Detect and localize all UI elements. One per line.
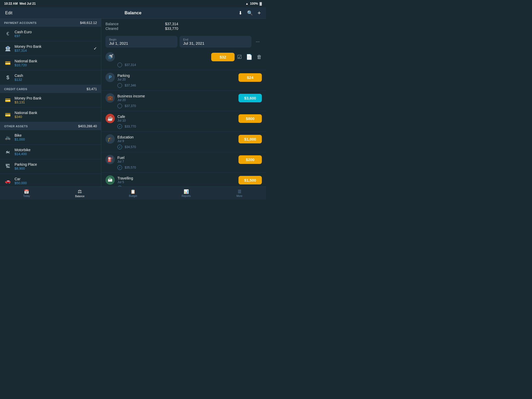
- status-circle[interactable]: [117, 83, 122, 88]
- left-panel: PAYMENT ACCOUNTS $48,612.12 € Cash Euro …: [0, 19, 101, 187]
- account-cc-national[interactable]: 💳 National Bank $340: [0, 108, 101, 122]
- parking-trans-icon: P: [105, 73, 115, 82]
- tab-balance[interactable]: ⚖ Balance: [53, 187, 107, 200]
- transaction-fuel[interactable]: ⛽ Fuel Jul 7 $200 $35,570: [101, 152, 266, 173]
- tab-today[interactable]: 📅 Today: [0, 187, 53, 200]
- tab-reports[interactable]: 📊 Reports: [159, 187, 213, 200]
- account-national-bank[interactable]: 💳 National Bank $10,720: [0, 56, 101, 70]
- balance-after: $37,370: [125, 104, 136, 108]
- status-time: 10:22 AM Wed Jul 21: [4, 2, 36, 5]
- status-circle-checked[interactable]: [117, 124, 122, 129]
- payment-accounts-header: PAYMENT ACCOUNTS $48,612.12: [0, 19, 101, 27]
- search-icon[interactable]: 🔍: [247, 10, 253, 16]
- more-icon: ☰: [238, 189, 241, 194]
- download-icon[interactable]: ⬇: [238, 10, 242, 16]
- account-balance: $50,000: [15, 181, 97, 185]
- account-cc-money-pro[interactable]: 💳 Money Pro Bank $3,131: [0, 93, 101, 108]
- account-name: National Bank: [15, 111, 97, 115]
- trans-info: Travelling Jul 5: [117, 176, 236, 184]
- status-circle-checked[interactable]: [117, 165, 122, 170]
- shower-icon: 🚿: [105, 52, 115, 62]
- transaction-main: 🏔 Travelling Jul 5 $1,500: [105, 175, 262, 185]
- end-label: End: [183, 38, 248, 41]
- status-circle-checked[interactable]: [117, 145, 122, 149]
- first-trans-amount-btn[interactable]: $32: [211, 53, 235, 61]
- account-car[interactable]: 🚗 Car $50,000: [0, 174, 101, 187]
- begin-label: Begin: [109, 38, 174, 41]
- more-dots-button[interactable]: ···: [254, 38, 262, 46]
- account-info: National Bank $10,720: [15, 59, 97, 67]
- trans-name: Fuel: [117, 156, 236, 160]
- account-name: Motorbike: [15, 148, 97, 152]
- trans-date: Jul 9: [117, 139, 236, 143]
- euro-icon: €: [4, 30, 11, 38]
- trans-amount[interactable]: $24: [238, 73, 262, 82]
- balance-after: $33,770: [125, 125, 136, 128]
- trans-amount[interactable]: $1,500: [238, 176, 262, 184]
- card-icon: 💳: [4, 97, 11, 104]
- trans-date: Jul 7: [117, 160, 236, 163]
- begin-date-box[interactable]: Begin Jul 1, 2021: [105, 36, 177, 48]
- account-info: Motorbike $14,400: [15, 148, 97, 156]
- balance-after: $34,570: [125, 145, 136, 149]
- copy-action-icon[interactable]: 📄: [246, 54, 252, 60]
- battery-percentage: 100%: [250, 2, 258, 5]
- other-assets-total: $403,288.40: [78, 124, 97, 128]
- budget-icon: 📋: [130, 189, 136, 194]
- begin-value: Jul 1, 2021: [109, 41, 174, 45]
- trans-amount[interactable]: $1,000: [238, 135, 262, 143]
- trans-amount[interactable]: $800: [238, 114, 262, 123]
- account-balance: $10,720: [15, 63, 97, 67]
- transaction-main: P Parking Jul 20 $24: [105, 73, 262, 82]
- edit-button[interactable]: Edit: [5, 11, 12, 15]
- transaction-cafe[interactable]: ☕ Cafe Jul 10 $800 $33,770: [101, 111, 266, 132]
- account-parking-place[interactable]: 🏗 Parking Place $8,900: [0, 159, 101, 174]
- transaction-actions: ☑ 📄 🗑: [237, 54, 262, 60]
- end-date-box[interactable]: End Jul 31, 2021: [179, 36, 251, 48]
- trans-amount[interactable]: $3,600: [238, 94, 262, 102]
- transaction-travelling[interactable]: 🏔 Travelling Jul 5 $1,500 $35,770: [101, 173, 266, 187]
- account-info: Cash $132: [15, 74, 97, 82]
- account-money-pro-bank[interactable]: 🏦 Money Pro Bank $37,314 ✓: [0, 41, 101, 56]
- account-bike[interactable]: 🚲 Bike $1,000: [0, 130, 101, 145]
- status-right: ▲ 100% ▓: [245, 2, 262, 5]
- account-balance: $132: [15, 78, 97, 82]
- account-name: Bike: [15, 133, 97, 137]
- trans-info: Fuel Jul 7: [117, 156, 236, 163]
- account-balance: €97: [15, 34, 97, 38]
- main-content: PAYMENT ACCOUNTS $48,612.12 € Cash Euro …: [0, 19, 266, 187]
- trans-date: Jul 10: [117, 119, 236, 122]
- transaction-main: 🎓 Education Jul 9 $1,000: [105, 134, 262, 144]
- balance-after: $37,314: [125, 63, 136, 67]
- motorbike-icon: 🏍: [4, 148, 11, 156]
- transaction-business-income[interactable]: 💼 Business income Jul 20 $3,600 $37,370: [101, 91, 266, 111]
- date-range: Begin Jul 1, 2021 End Jul 31, 2021 ···: [101, 34, 266, 50]
- card-icon: 💳: [4, 59, 11, 67]
- business-trans-icon: 💼: [105, 93, 115, 103]
- payment-accounts-label: PAYMENT ACCOUNTS: [4, 21, 37, 24]
- tab-more[interactable]: ☰ More: [213, 187, 266, 200]
- transaction-main: ☕ Cafe Jul 10 $800: [105, 114, 262, 123]
- transaction-education[interactable]: 🎓 Education Jul 9 $1,000 $34,570: [101, 132, 266, 152]
- status-circle[interactable]: [117, 63, 122, 67]
- account-motorbike[interactable]: 🏍 Motorbike $14,400: [0, 145, 101, 159]
- transaction-parking[interactable]: P Parking Jul 20 $24 $37,346: [101, 70, 266, 91]
- trans-info: Education Jul 9: [117, 135, 236, 143]
- status-circle-checked[interactable]: [117, 186, 122, 187]
- status-circle[interactable]: [117, 104, 122, 108]
- transaction-footer: $35,570: [105, 165, 262, 171]
- delete-action-icon[interactable]: 🗑: [257, 54, 262, 60]
- trans-amount[interactable]: $200: [238, 155, 262, 164]
- account-cash-euro[interactable]: € Cash Euro €97: [0, 27, 101, 41]
- car-icon: 🚗: [4, 177, 11, 185]
- check-action-icon[interactable]: ☑: [237, 54, 242, 60]
- tab-budget[interactable]: 📋 Budget: [107, 187, 160, 200]
- add-icon[interactable]: +: [257, 10, 261, 16]
- credit-cards-total: $3,471: [87, 87, 97, 91]
- account-info: Parking Place $8,900: [15, 162, 97, 170]
- transaction-main: 💼 Business income Jul 20 $3,600: [105, 93, 262, 103]
- account-cash[interactable]: $ Cash $132: [0, 70, 101, 85]
- transaction-shower[interactable]: 🚿 $32 ☑ 📄 🗑 $37,314: [101, 50, 266, 70]
- account-name: Parking Place: [15, 162, 97, 167]
- cafe-trans-icon: ☕: [105, 114, 115, 123]
